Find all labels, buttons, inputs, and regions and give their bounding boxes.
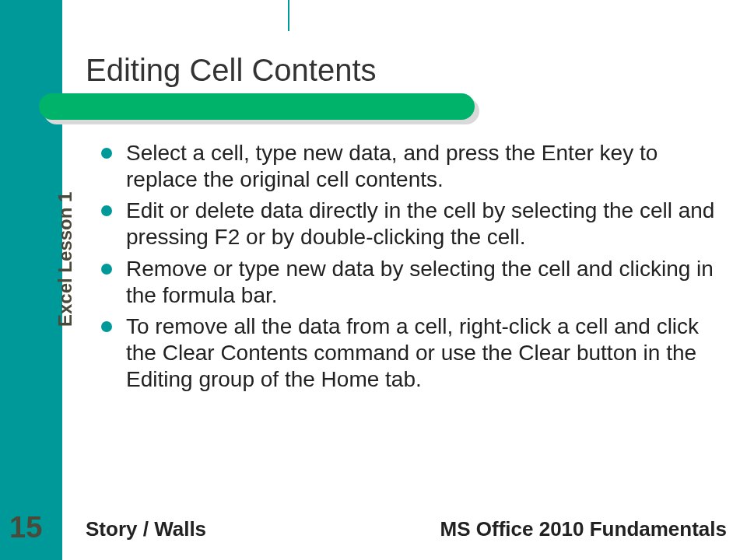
- title-underline: [39, 93, 475, 120]
- side-label: Excel Lesson 1: [54, 192, 76, 327]
- bullet-item: Select a cell, type new data, and press …: [101, 140, 716, 193]
- sidebar-band: [0, 0, 62, 560]
- slide-title: Editing Cell Contents: [86, 53, 377, 88]
- page-number: 15: [9, 511, 42, 544]
- bullet-item: Edit or delete data directly in the cell…: [101, 198, 716, 250]
- bullet-item: Remove or type new data by selecting the…: [101, 256, 716, 309]
- footer-left: Story / Walls: [86, 517, 206, 541]
- footer-right: MS Office 2010 Fundamentals: [440, 517, 727, 541]
- top-divider: [288, 0, 289, 31]
- bullet-item: To remove all the data from a cell, righ…: [101, 313, 716, 393]
- slide: Editing Cell Contents Select a cell, typ…: [0, 0, 747, 560]
- bullet-list: Select a cell, type new data, and press …: [101, 140, 716, 397]
